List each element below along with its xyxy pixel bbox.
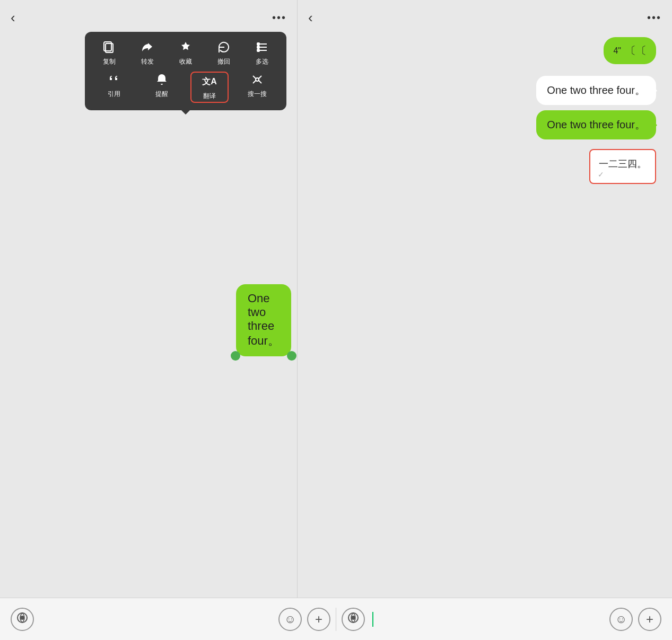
svg-rect-7	[257, 49, 259, 51]
recall-icon	[217, 39, 230, 55]
translation-row: 一二三四。 ✓	[313, 145, 656, 184]
white-message-text: One two three four。	[547, 84, 645, 96]
translation-text: 一二三四。	[599, 159, 647, 169]
white-message-bubble[interactable]: One two three four。	[536, 76, 656, 105]
green-message-row: One two three four。	[313, 110, 656, 139]
right-voice-icon	[347, 612, 359, 626]
svg-rect-5	[257, 43, 259, 45]
menu-item-forward[interactable]: 转发	[128, 39, 167, 66]
green-message-text: One two three four。	[547, 119, 645, 130]
input-bar: ☺ + ☺ +	[0, 598, 672, 640]
translation-box: 一二三四。 ✓	[589, 149, 656, 184]
right-input-area[interactable]	[370, 612, 604, 627]
left-emoji-icon: ☺	[284, 612, 296, 626]
left-back-button[interactable]: ‹	[11, 11, 15, 24]
left-voice-button[interactable]	[11, 608, 34, 631]
voice-message-bubble[interactable]: 4" 〔〔	[604, 37, 656, 64]
svg-point-12	[256, 78, 259, 81]
menu-item-recall[interactable]: 撤回	[205, 39, 243, 66]
right-emoji-button[interactable]: ☺	[609, 608, 633, 631]
recall-label: 撤回	[217, 57, 230, 66]
left-header: ‹ •••	[0, 11, 297, 24]
right-add-icon: +	[646, 612, 653, 627]
voice-waves-icon: 〔〔	[625, 43, 647, 58]
left-input-spacer	[39, 608, 273, 631]
right-more-button[interactable]: •••	[647, 12, 661, 24]
bubble-handle-left	[231, 351, 240, 361]
forward-label: 转发	[141, 57, 154, 66]
left-more-button[interactable]: •••	[272, 12, 286, 24]
right-add-button[interactable]: +	[638, 608, 661, 631]
context-menu: 复制 转发 收藏	[85, 32, 286, 110]
menu-item-search[interactable]: 搜一搜	[238, 72, 276, 103]
remind-icon	[156, 72, 168, 87]
menu-item-remind[interactable]: 提醒	[143, 72, 181, 103]
right-header: ‹ •••	[298, 11, 672, 24]
menu-item-quote[interactable]: 引用	[95, 72, 133, 103]
menu-item-collect[interactable]: 收藏	[167, 39, 205, 66]
menu-item-copy[interactable]: 复制	[90, 39, 128, 66]
selected-message-text: One two three four。	[248, 292, 280, 347]
left-panel: ‹ ••• 复制 转发	[0, 0, 297, 640]
white-message-row: One two three four。	[313, 76, 656, 105]
copy-icon	[103, 39, 115, 55]
menu-item-translate[interactable]: 文A 翻译	[190, 72, 229, 103]
chat-area: 4" 〔〔 One two three four。 One two three …	[298, 37, 672, 189]
green-message-bubble[interactable]: One two three four。	[536, 110, 656, 139]
svg-point-14	[21, 616, 24, 619]
copy-label: 复制	[103, 57, 116, 66]
right-panel: ‹ ••• 4" 〔〔 One two three four。	[298, 0, 672, 640]
translate-icon: 文A	[202, 74, 217, 90]
bubble-handle-right	[287, 351, 296, 361]
voice-message-text: 4"	[613, 46, 621, 56]
svg-point-16	[352, 616, 355, 619]
right-back-button[interactable]: ‹	[308, 11, 313, 24]
right-voice-button[interactable]	[342, 608, 365, 631]
quote-label: 引用	[108, 90, 120, 99]
quote-icon	[108, 72, 120, 87]
voice-message-row: 4" 〔〔	[313, 37, 656, 71]
forward-icon	[141, 39, 154, 55]
multiselect-icon	[256, 39, 268, 55]
menu-row-2: 引用 提醒 文A 翻译	[90, 72, 281, 103]
left-voice-icon	[16, 612, 28, 626]
multiselect-label: 多选	[256, 57, 268, 66]
left-add-button[interactable]: +	[307, 608, 330, 631]
translate-label: 翻译	[203, 92, 216, 101]
left-add-icon: +	[315, 612, 322, 627]
text-cursor	[372, 612, 373, 627]
search-icon	[251, 72, 264, 87]
translation-check-icon: ✓	[598, 170, 604, 179]
collect-label: 收藏	[179, 57, 192, 66]
left-emoji-button[interactable]: ☺	[278, 608, 302, 631]
menu-row-1: 复制 转发 收藏	[90, 39, 281, 66]
remind-label: 提醒	[155, 90, 168, 99]
svg-rect-6	[257, 46, 259, 48]
search-label: 搜一搜	[248, 90, 267, 99]
collect-icon	[179, 39, 192, 55]
right-emoji-icon: ☺	[615, 612, 627, 626]
menu-item-multiselect[interactable]: 多选	[243, 39, 281, 66]
input-panel-divider	[336, 608, 336, 631]
